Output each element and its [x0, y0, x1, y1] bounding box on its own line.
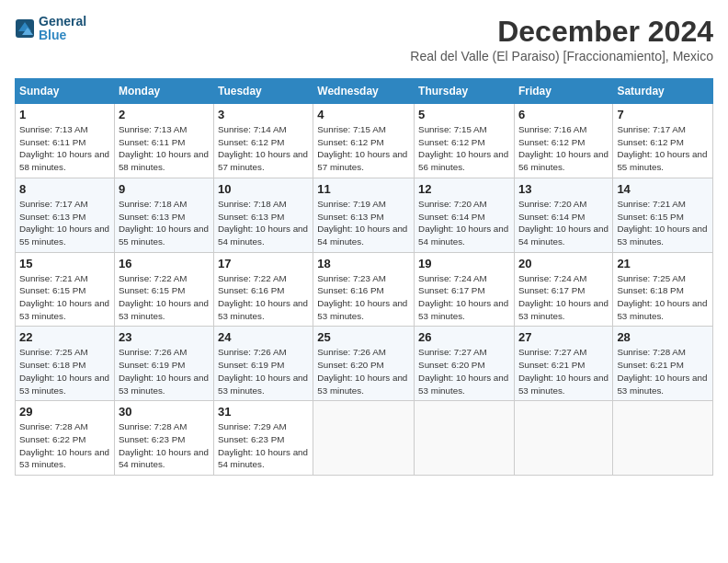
- day-number: 28: [617, 330, 709, 344]
- calendar-cell: 30Sunrise: 7:28 AMSunset: 6:23 PMDayligh…: [114, 401, 213, 476]
- day-info: Sunrise: 7:13 AMSunset: 6:11 PMDaylight:…: [19, 123, 110, 174]
- day-info: Sunrise: 7:28 AMSunset: 6:21 PMDaylight:…: [617, 346, 709, 396]
- calendar-cell: 2Sunrise: 7:13 AMSunset: 6:11 PMDaylight…: [114, 104, 213, 178]
- calendar-cell: 22Sunrise: 7:25 AMSunset: 6:18 PMDayligh…: [16, 327, 115, 401]
- calendar-cell: 25Sunrise: 7:26 AMSunset: 6:20 PMDayligh…: [313, 327, 415, 401]
- calendar-cell: 27Sunrise: 7:27 AMSunset: 6:21 PMDayligh…: [514, 327, 612, 401]
- day-number: 3: [218, 108, 309, 121]
- month-title: December 2024: [410, 15, 713, 49]
- day-number: 22: [19, 330, 110, 344]
- day-info: Sunrise: 7:20 AMSunset: 6:14 PMDaylight:…: [518, 198, 609, 248]
- weekday-header-saturday: Saturday: [613, 79, 713, 104]
- weekday-header-thursday: Thursday: [415, 79, 515, 104]
- day-number: 13: [518, 182, 609, 196]
- calendar-cell: 24Sunrise: 7:26 AMSunset: 6:19 PMDayligh…: [213, 327, 313, 401]
- day-number: 8: [19, 182, 110, 196]
- weekday-header-row: SundayMondayTuesdayWednesdayThursdayFrid…: [16, 79, 713, 104]
- calendar-cell: 10Sunrise: 7:18 AMSunset: 6:13 PMDayligh…: [213, 178, 313, 252]
- day-number: 26: [418, 330, 510, 344]
- calendar-cell: 28Sunrise: 7:28 AMSunset: 6:21 PMDayligh…: [613, 327, 713, 401]
- logo-line1: General: [39, 15, 86, 29]
- day-info: Sunrise: 7:20 AMSunset: 6:14 PMDaylight:…: [418, 198, 510, 248]
- day-number: 15: [19, 257, 110, 270]
- day-info: Sunrise: 7:28 AMSunset: 6:22 PMDaylight:…: [19, 420, 110, 471]
- calendar-cell: 11Sunrise: 7:19 AMSunset: 6:13 PMDayligh…: [313, 178, 415, 252]
- day-number: 18: [317, 257, 410, 270]
- location-title: Real del Valle (El Paraiso) [Fraccionami…: [410, 49, 713, 63]
- day-info: Sunrise: 7:27 AMSunset: 6:21 PMDaylight:…: [518, 346, 609, 396]
- day-number: 12: [418, 182, 510, 196]
- calendar-cell: 21Sunrise: 7:25 AMSunset: 6:18 PMDayligh…: [613, 252, 713, 327]
- day-number: 7: [617, 108, 709, 121]
- calendar-cell: [313, 401, 415, 476]
- day-number: 14: [617, 182, 709, 196]
- weekday-header-tuesday: Tuesday: [213, 79, 313, 104]
- calendar-cell: 31Sunrise: 7:29 AMSunset: 6:23 PMDayligh…: [213, 401, 313, 476]
- day-number: 1: [19, 108, 110, 121]
- day-number: 19: [418, 257, 510, 270]
- day-number: 5: [418, 108, 510, 121]
- day-info: Sunrise: 7:24 AMSunset: 6:17 PMDaylight:…: [518, 272, 609, 323]
- day-info: Sunrise: 7:17 AMSunset: 6:12 PMDaylight:…: [617, 123, 709, 174]
- day-info: Sunrise: 7:27 AMSunset: 6:20 PMDaylight:…: [418, 346, 510, 396]
- calendar: SundayMondayTuesdayWednesdayThursdayFrid…: [15, 78, 713, 476]
- day-info: Sunrise: 7:15 AMSunset: 6:12 PMDaylight:…: [418, 123, 510, 174]
- day-info: Sunrise: 7:17 AMSunset: 6:13 PMDaylight:…: [19, 198, 110, 248]
- calendar-cell: 19Sunrise: 7:24 AMSunset: 6:17 PMDayligh…: [415, 252, 515, 327]
- calendar-cell: [514, 401, 612, 476]
- calendar-cell: 12Sunrise: 7:20 AMSunset: 6:14 PMDayligh…: [415, 178, 515, 252]
- day-info: Sunrise: 7:22 AMSunset: 6:16 PMDaylight:…: [218, 272, 309, 323]
- logo-icon: [15, 18, 35, 39]
- day-info: Sunrise: 7:21 AMSunset: 6:15 PMDaylight:…: [19, 272, 110, 323]
- day-info: Sunrise: 7:19 AMSunset: 6:13 PMDaylight:…: [317, 198, 410, 248]
- day-number: 27: [518, 330, 609, 344]
- calendar-cell: 17Sunrise: 7:22 AMSunset: 6:16 PMDayligh…: [213, 252, 313, 327]
- day-info: Sunrise: 7:14 AMSunset: 6:12 PMDaylight:…: [218, 123, 309, 174]
- title-section: December 2024 Real del Valle (El Paraiso…: [410, 15, 713, 71]
- calendar-cell: 18Sunrise: 7:23 AMSunset: 6:16 PMDayligh…: [313, 252, 415, 327]
- calendar-cell: 7Sunrise: 7:17 AMSunset: 6:12 PMDaylight…: [613, 104, 713, 178]
- day-info: Sunrise: 7:29 AMSunset: 6:23 PMDaylight:…: [218, 420, 309, 471]
- day-info: Sunrise: 7:25 AMSunset: 6:18 PMDaylight:…: [617, 272, 709, 323]
- calendar-cell: 4Sunrise: 7:15 AMSunset: 6:12 PMDaylight…: [313, 104, 415, 178]
- day-number: 29: [19, 405, 110, 419]
- logo: General Blue: [15, 15, 86, 43]
- day-number: 31: [218, 405, 309, 419]
- weekday-header-sunday: Sunday: [16, 79, 115, 104]
- calendar-cell: 15Sunrise: 7:21 AMSunset: 6:15 PMDayligh…: [16, 252, 115, 327]
- day-number: 4: [317, 108, 410, 121]
- day-info: Sunrise: 7:26 AMSunset: 6:19 PMDaylight:…: [218, 346, 309, 396]
- day-info: Sunrise: 7:16 AMSunset: 6:12 PMDaylight:…: [518, 123, 609, 174]
- day-info: Sunrise: 7:26 AMSunset: 6:20 PMDaylight:…: [317, 346, 410, 396]
- calendar-cell: [415, 401, 515, 476]
- day-number: 20: [518, 257, 609, 270]
- calendar-week-row: 22Sunrise: 7:25 AMSunset: 6:18 PMDayligh…: [16, 327, 713, 401]
- calendar-week-row: 1Sunrise: 7:13 AMSunset: 6:11 PMDaylight…: [16, 104, 713, 178]
- day-number: 23: [119, 330, 210, 344]
- day-number: 10: [218, 182, 309, 196]
- logo-text: General Blue: [39, 15, 86, 43]
- day-info: Sunrise: 7:23 AMSunset: 6:16 PMDaylight:…: [317, 272, 410, 323]
- day-info: Sunrise: 7:13 AMSunset: 6:11 PMDaylight:…: [119, 123, 210, 174]
- logo-line2: Blue: [39, 29, 86, 42]
- top-bar: General Blue December 2024 Real del Vall…: [15, 15, 713, 73]
- day-number: 2: [119, 108, 210, 121]
- day-info: Sunrise: 7:15 AMSunset: 6:12 PMDaylight:…: [317, 123, 410, 174]
- calendar-cell: [613, 401, 713, 476]
- day-number: 30: [119, 405, 210, 419]
- day-info: Sunrise: 7:26 AMSunset: 6:19 PMDaylight:…: [119, 346, 210, 396]
- day-info: Sunrise: 7:24 AMSunset: 6:17 PMDaylight:…: [418, 272, 510, 323]
- day-info: Sunrise: 7:28 AMSunset: 6:23 PMDaylight:…: [119, 420, 210, 471]
- day-number: 17: [218, 257, 309, 270]
- day-number: 21: [617, 257, 709, 270]
- weekday-header-friday: Friday: [514, 79, 612, 104]
- day-number: 6: [518, 108, 609, 121]
- day-number: 9: [119, 182, 210, 196]
- day-info: Sunrise: 7:25 AMSunset: 6:18 PMDaylight:…: [19, 346, 110, 396]
- day-info: Sunrise: 7:18 AMSunset: 6:13 PMDaylight:…: [218, 198, 309, 248]
- calendar-week-row: 8Sunrise: 7:17 AMSunset: 6:13 PMDaylight…: [16, 178, 713, 252]
- calendar-cell: 26Sunrise: 7:27 AMSunset: 6:20 PMDayligh…: [415, 327, 515, 401]
- weekday-header-wednesday: Wednesday: [313, 79, 415, 104]
- day-number: 16: [119, 257, 210, 270]
- calendar-cell: 3Sunrise: 7:14 AMSunset: 6:12 PMDaylight…: [213, 104, 313, 178]
